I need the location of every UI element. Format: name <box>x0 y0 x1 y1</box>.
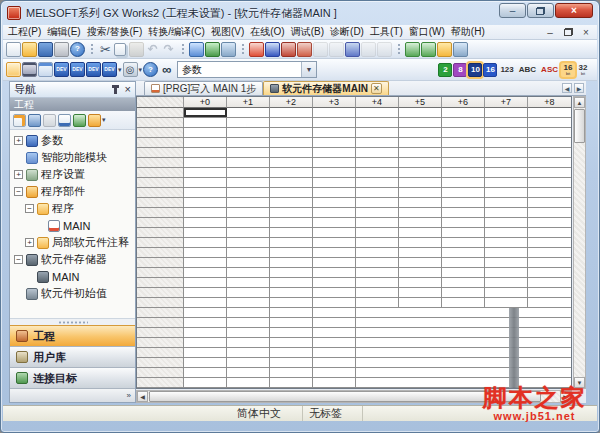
grid-cell[interactable] <box>270 108 313 117</box>
tree-item[interactable]: MAIN <box>10 268 135 285</box>
grid-cell[interactable] <box>399 278 442 287</box>
scroll-up-icon[interactable]: ▲ <box>574 97 585 108</box>
grid-cell[interactable] <box>442 148 485 157</box>
grid-cell[interactable] <box>227 138 270 147</box>
grid-cell[interactable] <box>270 208 313 217</box>
write-to-plc-icon[interactable] <box>249 42 264 57</box>
tree-item[interactable]: − 程序 <box>10 200 135 217</box>
grid-cell[interactable] <box>270 178 313 187</box>
grid-cell[interactable] <box>184 288 227 297</box>
row-header-cell[interactable] <box>137 228 184 237</box>
column-header[interactable]: +2 <box>270 97 313 108</box>
grid-cell[interactable] <box>184 108 227 117</box>
row-header-cell[interactable] <box>137 178 184 187</box>
grid-cell[interactable] <box>227 148 270 157</box>
nav-edit-icon[interactable] <box>43 114 56 127</box>
menu-item[interactable]: 编辑(E) <box>44 25 83 39</box>
grid-cell[interactable] <box>356 148 399 157</box>
tree-item[interactable]: + 参数 <box>10 132 135 149</box>
grid-cell[interactable] <box>399 298 442 307</box>
grid-cell[interactable] <box>485 198 528 207</box>
function-block-list-icon[interactable] <box>22 62 37 77</box>
pin-icon[interactable] <box>114 86 117 94</box>
grid-cell[interactable] <box>270 238 313 247</box>
grid-cell[interactable] <box>399 248 442 257</box>
expand-toggle-icon[interactable]: − <box>14 255 23 264</box>
grid-cell[interactable] <box>356 208 399 217</box>
tree-item[interactable]: MAIN <box>10 217 135 234</box>
grid-cell[interactable] <box>399 238 442 247</box>
grid-cell[interactable] <box>399 208 442 217</box>
mdi-minimize-icon[interactable]: – <box>543 26 557 38</box>
grid-cell[interactable] <box>184 168 227 177</box>
nav-view-button[interactable]: 用户库 <box>10 346 135 367</box>
expand-toggle-icon[interactable]: − <box>14 187 23 196</box>
row-header-cell[interactable] <box>137 198 184 207</box>
row-header-cell[interactable] <box>137 168 184 177</box>
grid-cell[interactable] <box>227 128 270 137</box>
column-header[interactable]: +6 <box>442 97 485 108</box>
convert-check-icon[interactable] <box>221 42 236 57</box>
print-icon[interactable] <box>54 42 69 57</box>
row-header-cell[interactable] <box>137 128 184 137</box>
grid-cell[interactable] <box>485 188 528 197</box>
grid-cell[interactable] <box>184 218 227 227</box>
new-project-icon[interactable] <box>6 42 21 57</box>
grid-cell[interactable] <box>528 118 571 127</box>
grid-cell[interactable] <box>356 158 399 167</box>
grid-cell[interactable] <box>485 298 528 307</box>
nav-new-item-icon[interactable] <box>13 114 26 127</box>
grid-cell[interactable] <box>442 158 485 167</box>
grid-cell[interactable] <box>184 268 227 277</box>
grid-cell[interactable] <box>227 118 270 127</box>
grid-cell[interactable] <box>270 258 313 267</box>
scroll-right-icon[interactable]: ▶ <box>560 391 571 402</box>
nav-list-icon[interactable] <box>73 114 86 127</box>
output-window-icon[interactable] <box>38 62 53 77</box>
grid-cell[interactable] <box>184 298 227 307</box>
expand-toggle-icon[interactable]: + <box>25 238 34 247</box>
row-header-cell[interactable] <box>137 108 184 117</box>
row-header-cell[interactable] <box>137 258 184 267</box>
grid-cell[interactable] <box>442 208 485 217</box>
grid-cell[interactable] <box>356 278 399 287</box>
nav-view-button[interactable]: 工程 <box>10 325 135 346</box>
menu-item[interactable]: 转换/编译(C) <box>145 25 208 39</box>
grid-cell[interactable] <box>313 148 356 157</box>
device-comment-icon[interactable]: DEV <box>54 62 69 77</box>
column-header[interactable]: +3 <box>313 97 356 108</box>
grid-cell[interactable] <box>356 218 399 227</box>
grid-cell[interactable] <box>485 148 528 157</box>
grid-cell[interactable] <box>227 188 270 197</box>
vertical-scrollbar[interactable]: ▲ ▼ <box>573 96 586 389</box>
menu-item[interactable]: 帮助(H) <box>448 25 488 39</box>
grid-cell[interactable] <box>184 158 227 167</box>
grid-cell[interactable] <box>485 178 528 187</box>
grid-cell[interactable] <box>270 228 313 237</box>
grid-cell[interactable] <box>442 258 485 267</box>
ladder-edit-1-icon[interactable] <box>405 42 420 57</box>
grid-cell[interactable] <box>227 238 270 247</box>
grid-cell[interactable] <box>399 128 442 137</box>
grid-cell[interactable] <box>227 198 270 207</box>
menu-item[interactable]: 诊断(D) <box>327 25 367 39</box>
grid-cell[interactable] <box>399 138 442 147</box>
vertical-scroll-thumb[interactable] <box>574 109 585 143</box>
tab-close-icon[interactable]: ✕ <box>371 83 382 94</box>
monitor-mode-icon[interactable] <box>281 42 296 57</box>
grid-cell[interactable] <box>270 188 313 197</box>
grid-cell[interactable] <box>399 108 442 117</box>
horizontal-scroll-thumb[interactable] <box>149 391 541 402</box>
grid-cell[interactable] <box>399 168 442 177</box>
row-header-cell[interactable] <box>137 318 184 327</box>
grid-cell[interactable] <box>442 128 485 137</box>
redo-icon[interactable]: ↷ <box>161 42 176 57</box>
grid-cell[interactable] <box>528 248 571 257</box>
grid-cell[interactable] <box>184 238 227 247</box>
paste-icon[interactable] <box>129 42 144 57</box>
grid-cell[interactable] <box>356 168 399 177</box>
grid-cell[interactable] <box>313 188 356 197</box>
format-decimal-button[interactable]: 10 <box>468 63 482 77</box>
copy-icon[interactable] <box>114 43 128 56</box>
grid-cell[interactable] <box>184 258 227 267</box>
